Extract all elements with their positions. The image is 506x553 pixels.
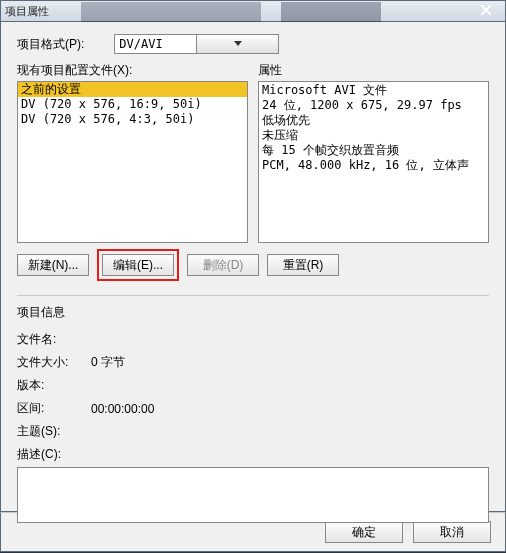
format-value: DV/AVI [115,37,196,51]
edit-highlight: 编辑(E)... [97,249,179,281]
profiles-listbox[interactable]: 之前的设置DV (720 x 576, 16:9, 50i)DV (720 x … [17,81,248,243]
separator [17,295,489,296]
edit-button[interactable]: 编辑(E)... [102,254,174,276]
subject-label: 主题(S): [17,423,91,440]
version-label: 版本: [17,377,91,394]
list-item[interactable]: DV (720 x 576, 4:3, 50i) [18,112,247,127]
info-heading: 项目信息 [17,304,489,321]
list-item[interactable]: 之前的设置 [18,82,247,97]
desc-label: 描述(C): [17,446,91,463]
close-icon[interactable] [473,1,499,19]
reset-button[interactable]: 重置(R) [267,254,339,276]
filename-label: 文件名: [17,331,91,348]
cancel-button[interactable]: 取消 [413,521,491,543]
range-label: 区间: [17,400,91,417]
attributes-box: Microsoft AVI 文件 24 位, 1200 x 675, 29.97… [258,81,489,243]
filesize-label: 文件大小: [17,354,91,371]
filesize-value: 0 字节 [91,354,489,371]
format-combobox[interactable]: DV/AVI [114,34,279,54]
format-label: 项目格式(P): [17,36,84,53]
profiles-label: 现有项目配置文件(X): [17,62,248,79]
titlebar: 项目属性 [0,0,506,22]
attributes-label: 属性 [258,62,489,79]
description-textarea[interactable] [17,467,489,523]
range-value: 00:00:00:00 [91,402,489,416]
list-item[interactable]: DV (720 x 576, 16:9, 50i) [18,97,247,112]
delete-button: 删除(D) [187,254,259,276]
new-button[interactable]: 新建(N)... [17,254,89,276]
window-title: 项目属性 [5,4,49,19]
ok-button[interactable]: 确定 [325,521,403,543]
chevron-down-icon[interactable] [196,35,278,53]
